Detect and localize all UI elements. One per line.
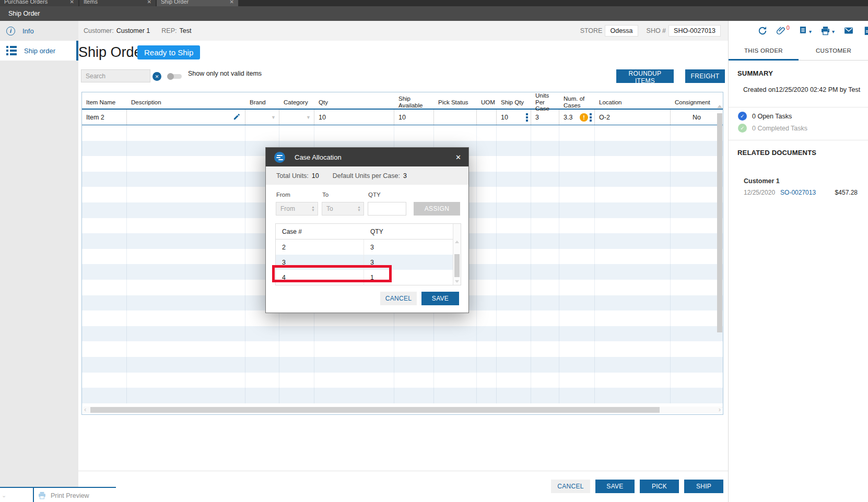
column-header[interactable]: Qty <box>314 99 394 106</box>
tab-purchase-orders[interactable]: Purchase Orders ✕ <box>0 0 78 6</box>
search-input[interactable] <box>81 69 150 82</box>
case-allocation-modal: Case Allocation ✕ Total Units: 10 Defaul… <box>265 147 469 313</box>
to-placeholder: To <box>326 205 333 212</box>
caret-down-icon[interactable]: ▾ <box>809 29 812 34</box>
brand-cell[interactable]: ▼ <box>245 110 279 125</box>
column-header[interactable]: Ship Qty <box>497 99 531 106</box>
assign-button[interactable]: ASSIGN <box>414 202 460 216</box>
qty-input[interactable] <box>368 202 406 216</box>
rep-label: REP: <box>161 27 177 34</box>
dropdown-arrow-icon[interactable]: ▼ <box>271 115 276 120</box>
column-header[interactable]: Location <box>595 99 671 106</box>
receipt-icon[interactable]: ▾ <box>798 26 812 36</box>
column-header[interactable]: Item Name <box>82 99 127 106</box>
close-icon[interactable]: ✕ <box>147 0 151 5</box>
scrollbar-thumb[interactable] <box>90 407 660 413</box>
item-name-cell[interactable]: Item 2 <box>82 110 127 125</box>
freight-button[interactable]: FREIGHT <box>685 69 725 83</box>
column-header[interactable]: Num. of Cases <box>559 95 595 109</box>
warning-icon[interactable]: ! <box>580 113 588 122</box>
empty-table-row <box>82 357 723 373</box>
pick-button[interactable]: PICK <box>640 480 679 493</box>
refresh-icon[interactable] <box>757 26 768 36</box>
empty-table-row <box>82 388 723 403</box>
close-icon[interactable]: ✕ <box>230 0 234 5</box>
completed-tasks-row[interactable]: ✓ 0 Completed Tasks <box>738 124 807 133</box>
chevron-down-icon[interactable]: ⌄ <box>2 492 6 499</box>
related-document-link[interactable]: SO-0027013 <box>780 189 816 196</box>
to-input[interactable]: To ▲ ▼ <box>322 202 364 216</box>
close-icon[interactable]: ✕ <box>70 0 74 5</box>
to-label: To <box>322 192 329 198</box>
edit-pencil-icon[interactable] <box>233 113 241 122</box>
num-of-cases-cell[interactable]: 3.3 ! <box>559 110 595 125</box>
scroll-left-icon[interactable]: ‹ <box>84 405 86 413</box>
column-header[interactable]: UOM <box>477 99 497 106</box>
column-header[interactable]: Description <box>127 99 245 106</box>
column-header[interactable]: Pick Status <box>434 99 477 106</box>
sho-number-value[interactable]: SHO-0027013 <box>668 25 721 37</box>
not-valid-items-toggle[interactable] <box>167 73 183 79</box>
item-row[interactable]: Item 2 ▼ ▼ 10 10 10 3 3.3 ! <box>82 110 723 125</box>
store-value[interactable]: Odessa <box>605 25 638 37</box>
modal-close-icon[interactable]: ✕ <box>455 153 461 161</box>
category-cell[interactable]: ▼ <box>279 110 314 125</box>
modal-cancel-button[interactable]: CANCEL <box>380 292 417 305</box>
case-row[interactable]: 2 3 <box>276 240 461 255</box>
dropdown-arrow-icon[interactable]: ▼ <box>306 115 311 120</box>
column-header: Case # <box>276 228 364 235</box>
ship-qty-cell[interactable]: 10 <box>497 110 531 125</box>
attachments-icon[interactable]: 0 <box>776 26 790 36</box>
uom-cell[interactable] <box>477 110 497 125</box>
cancel-button[interactable]: CANCEL <box>551 480 590 493</box>
column-header[interactable]: Category <box>279 99 314 106</box>
document-icon[interactable] <box>863 26 868 36</box>
scrollbar-thumb[interactable] <box>717 113 722 332</box>
open-tasks-row[interactable]: ✓ 0 Open Tasks <box>738 112 792 121</box>
tab-items[interactable]: Items ✕ <box>79 0 156 6</box>
tab-label: Ship Order <box>161 0 189 5</box>
horizontal-scrollbar[interactable]: ‹ › <box>83 407 722 413</box>
from-input[interactable]: From ▲ ▼ <box>276 202 318 216</box>
qty-cell[interactable]: 10 <box>314 110 394 125</box>
print-icon[interactable]: ▾ <box>820 26 835 36</box>
save-button[interactable]: SAVE <box>595 480 635 493</box>
column-header[interactable]: Consignment <box>671 99 723 106</box>
ship-button[interactable]: SHIP <box>684 480 723 493</box>
pick-status-cell[interactable] <box>434 110 477 125</box>
tab-customer[interactable]: CUSTOMER <box>799 41 868 60</box>
items-table-header: Item Name Description Brand Category Qty… <box>82 92 723 110</box>
print-preview-button[interactable]: Print Preview <box>38 488 89 502</box>
spinner-icons[interactable]: ▲ ▼ <box>357 206 361 212</box>
tab-this-order[interactable]: THIS ORDER <box>729 41 799 60</box>
email-icon[interactable] <box>843 26 854 36</box>
scroll-up-icon[interactable] <box>717 105 722 108</box>
scroll-up-icon[interactable] <box>455 241 459 243</box>
menu-dots-icon[interactable] <box>526 113 528 122</box>
ship-available-cell[interactable]: 10 <box>394 110 434 125</box>
spinner-icons[interactable]: ▲ ▼ <box>311 206 315 212</box>
scroll-down-icon[interactable] <box>455 280 459 283</box>
menu-dots-icon[interactable] <box>590 113 592 122</box>
consignment-cell[interactable]: No <box>671 110 723 125</box>
case-table-scrollbar[interactable] <box>453 224 461 285</box>
column-header[interactable]: Ship Available <box>394 95 434 109</box>
tab-ship-order[interactable]: Ship Order ✕ <box>157 0 238 6</box>
description-cell[interactable] <box>127 110 245 125</box>
units-per-case-cell[interactable]: 3 <box>531 110 559 125</box>
scrollbar-thumb[interactable] <box>454 254 460 277</box>
roundup-items-button[interactable]: ROUNDUP ITEMS <box>616 69 674 83</box>
customer-value: Customer 1 <box>116 27 150 34</box>
caret-down-icon[interactable]: ▾ <box>832 29 835 34</box>
status-badge[interactable]: Ready to Ship <box>137 45 200 59</box>
order-header-strip: Customer: Customer 1 REP: Test STORE Ode… <box>78 21 728 41</box>
location-cell[interactable]: O-2 <box>595 110 671 125</box>
open-tasks-label: 0 Open Tasks <box>752 113 792 120</box>
sidebar-item-ship-order[interactable]: Ship order <box>0 41 78 61</box>
vertical-scrollbar[interactable] <box>717 111 722 404</box>
scroll-right-icon[interactable]: › <box>719 405 721 413</box>
column-header[interactable]: Brand <box>245 99 279 106</box>
modal-save-button[interactable]: SAVE <box>421 292 459 305</box>
sidebar-item-info[interactable]: i Info <box>0 21 78 41</box>
search-clear-icon[interactable]: ✕ <box>153 72 161 81</box>
